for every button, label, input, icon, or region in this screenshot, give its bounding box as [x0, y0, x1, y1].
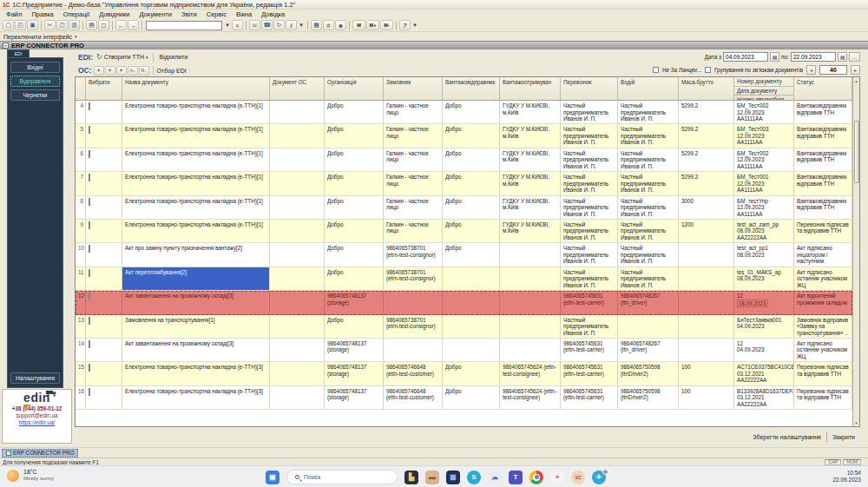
table-row[interactable]: 8Електронна товарно-транспортна накладна…	[76, 196, 852, 220]
row-checkbox[interactable]	[89, 102, 90, 110]
contact-email[interactable]: support@edin.ua	[3, 412, 71, 418]
sidebar-item-sent[interactable]: Відправлені	[10, 76, 60, 87]
table-row[interactable]: 5Електронна товарно-транспортна накладна…	[76, 124, 852, 148]
copy-icon[interactable]: ◫	[56, 20, 68, 30]
vertical-scrollbar[interactable]: ▲ ▼	[852, 77, 859, 426]
row-checkbox[interactable]	[89, 269, 90, 277]
print-preview-icon[interactable]: ◻	[98, 20, 109, 30]
next-page-button[interactable]: ▸	[851, 65, 860, 75]
clear-filter-icon[interactable]: ▼	[116, 66, 127, 76]
health-app-icon[interactable]: +	[550, 471, 564, 484]
close-button[interactable]: Закрити	[827, 432, 860, 442]
contact-site-link[interactable]: https://edin.ua/	[3, 419, 71, 425]
table-row[interactable]: 14Акт завантаження на проміжному складі[…	[76, 339, 852, 362]
menu-item-4[interactable]: Довідники	[99, 10, 129, 18]
forward-icon[interactable]: →	[128, 20, 139, 30]
find-cancel-icon[interactable]: ☎	[261, 20, 273, 30]
store-app-icon[interactable]: ▦	[446, 471, 460, 484]
tip-icon[interactable]: ?	[399, 20, 411, 30]
switch-interface-button[interactable]: Переключити інтерфейс ▾	[3, 34, 77, 40]
taskbar-clock[interactable]: 10:54 22.09.2023	[832, 470, 861, 484]
sort-asc-icon[interactable]: А↓	[128, 66, 138, 76]
weather-widget[interactable]: 18°C Mostly sunny	[7, 469, 54, 482]
find-icon[interactable]: ☏	[249, 20, 260, 30]
row-checkbox[interactable]	[89, 174, 90, 181]
column-header-status[interactable]: Статус	[794, 77, 852, 100]
scroll-down-icon[interactable]: ▼	[855, 419, 858, 426]
table-row[interactable]: 4Електронна товарно-транспортна накладна…	[76, 101, 852, 124]
info-dropdown-icon[interactable]: ▾	[298, 20, 305, 30]
table-row[interactable]: 6Електронна товарно-транспортна накладна…	[76, 148, 852, 172]
table-row[interactable]: 16Електронна товарно-транспортна накладн…	[76, 386, 852, 410]
cut-icon[interactable]: ✂	[44, 20, 56, 30]
table-row[interactable]: 9Електронна товарно-транспортна накладна…	[76, 220, 852, 243]
menu-item-5[interactable]: Документи	[139, 10, 171, 18]
start-search-icon[interactable]: ▣	[266, 471, 279, 484]
mdi-taskbar-item[interactable]: « ERP CONNECTOR PRO	[2, 449, 78, 457]
page-size-input[interactable]	[819, 65, 847, 75]
column-header-number[interactable]: Номер документуДата документуНомер автом…	[734, 77, 794, 100]
folder-app-icon[interactable]: ▬	[425, 471, 439, 484]
chrome-icon[interactable]	[529, 471, 543, 484]
refresh-icon[interactable]: ↻	[273, 20, 285, 30]
row-checkbox[interactable]	[89, 293, 90, 300]
set-filter-icon[interactable]: ▼	[94, 66, 104, 76]
memory-icon[interactable]: M	[352, 20, 365, 30]
date-to-input[interactable]	[791, 52, 836, 62]
reject-button[interactable]: Відхилити	[159, 54, 187, 60]
taskbar-search[interactable]: Поиск	[286, 470, 398, 484]
scrollbar-thumb[interactable]	[854, 121, 859, 183]
menu-item-8[interactable]: Вікна	[236, 10, 252, 18]
calendar-icon[interactable]: ▦	[838, 52, 847, 62]
column-header-mass[interactable]: Маса-брутто	[679, 77, 734, 100]
date-from-input[interactable]	[723, 52, 768, 62]
table-row[interactable]: 13Замовлення на транспортування[1]Добро9…	[76, 315, 852, 339]
calendar-icon[interactable]: ▦	[311, 20, 322, 30]
app-1c-icon[interactable]: 1С	[571, 471, 585, 484]
file-explorer-icon[interactable]: ▙	[404, 471, 418, 484]
new-document-icon[interactable]: ▢	[3, 20, 14, 30]
column-header-org[interactable]: Організація	[325, 77, 384, 100]
sidebar-item-drafts[interactable]: Чернетки	[10, 89, 60, 101]
info-icon[interactable]: i	[286, 20, 297, 30]
sidebar-tab-edi[interactable]: EDI	[7, 49, 30, 57]
sort-desc-icon[interactable]: Я↓	[139, 66, 149, 76]
column-header-driver[interactable]: Водій	[618, 77, 679, 100]
table-row[interactable]: 15Електронна товарно-транспортна накладн…	[76, 362, 852, 385]
back-icon[interactable]: ←	[115, 20, 127, 30]
row-checkbox[interactable]	[89, 150, 90, 158]
scroll-up-icon[interactable]: ▲	[855, 77, 858, 84]
chevron-down-icon[interactable]: ▾	[146, 55, 148, 60]
table-row[interactable]: 11Акт перепломбування[2]Добро98640657387…	[76, 267, 852, 291]
toolbar-search-input[interactable]	[146, 21, 222, 30]
table-row[interactable]: 7Електронна товарно-транспортна накладна…	[76, 172, 852, 195]
save-settings-button[interactable]: Зберегти налаштування	[747, 432, 826, 442]
menu-item-7[interactable]: Сервіс	[207, 10, 227, 18]
memory-plus-icon[interactable]: M+	[366, 20, 379, 30]
row-checkbox[interactable]	[89, 221, 90, 229]
clear-search-icon[interactable]: ×	[232, 20, 243, 30]
row-checkbox[interactable]	[89, 364, 90, 372]
menu-item-1[interactable]: Файл	[6, 10, 22, 18]
column-header-consignee[interactable]: Вантажоотримувач	[500, 77, 561, 100]
table-row[interactable]: 10Акт про заміну пункту призначення вант…	[76, 243, 852, 267]
row-checkbox[interactable]	[89, 245, 90, 253]
table-row[interactable]: 12Акт завантаження на проміжному складі[…	[76, 291, 852, 314]
menu-item-2[interactable]: Правка	[31, 10, 53, 18]
skype-icon[interactable]: S	[467, 471, 481, 484]
sidebar-item-inbox[interactable]: Вхідні	[10, 62, 60, 73]
menu-item-6[interactable]: Звіти	[181, 10, 197, 18]
column-header-check[interactable]: Вибрати	[86, 77, 122, 100]
row-checkbox[interactable]	[89, 340, 90, 348]
telegram-icon[interactable]: ✈	[592, 471, 606, 484]
onedrive-icon[interactable]: ☁	[488, 471, 502, 484]
column-header-carrier[interactable]: Перевізник	[561, 77, 618, 100]
calculator-icon[interactable]: #	[323, 20, 334, 30]
tip-dropdown-icon[interactable]: ▾	[411, 20, 418, 30]
memory-minus-icon[interactable]: M-	[380, 20, 393, 30]
chain-checkbox[interactable]	[653, 67, 659, 73]
filter-by-value-icon[interactable]: ▼	[105, 66, 115, 76]
column-header-consignor[interactable]: Вантажовідправник	[443, 77, 500, 100]
row-checkbox[interactable]	[89, 388, 90, 396]
user-icon[interactable]: ☻	[335, 20, 346, 30]
